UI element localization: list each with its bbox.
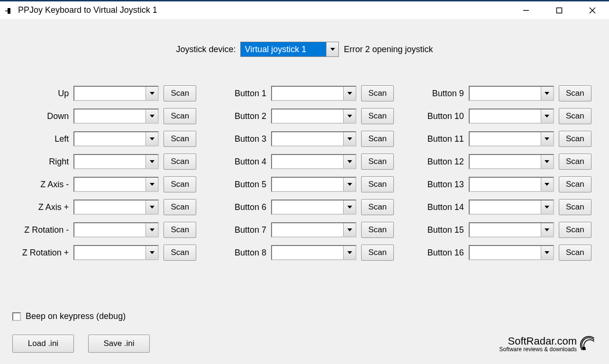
key-combo-dropdown[interactable]	[145, 200, 158, 214]
key-combo-text	[74, 87, 145, 100]
chevron-down-icon	[347, 115, 352, 118]
key-combo[interactable]	[73, 200, 159, 215]
key-combo-dropdown[interactable]	[145, 109, 158, 123]
key-combo[interactable]	[469, 222, 554, 237]
key-combo[interactable]	[73, 86, 159, 101]
scan-button[interactable]: Scan	[164, 245, 196, 261]
scan-button[interactable]: Scan	[164, 176, 196, 192]
scan-button[interactable]: Scan	[361, 108, 394, 124]
key-combo-dropdown[interactable]	[145, 223, 158, 237]
key-combo-dropdown[interactable]	[145, 178, 158, 191]
load-ini-button[interactable]: Load .ini	[12, 335, 74, 353]
error-text: Error 2 opening joystick	[344, 45, 433, 55]
key-combo[interactable]	[469, 109, 554, 124]
key-combo-dropdown[interactable]	[541, 246, 553, 259]
key-combo[interactable]	[271, 222, 356, 237]
key-combo-dropdown[interactable]	[541, 109, 553, 123]
scan-button[interactable]: Scan	[164, 131, 196, 147]
mapping-label: Left	[18, 134, 69, 144]
scan-button[interactable]: Scan	[559, 154, 591, 170]
mapping-row: Button 3Scan	[215, 131, 394, 147]
key-combo-dropdown[interactable]	[343, 223, 355, 237]
scan-button[interactable]: Scan	[559, 108, 591, 124]
scan-button[interactable]: Scan	[559, 222, 591, 238]
scan-button[interactable]: Scan	[559, 199, 591, 215]
scan-button[interactable]: Scan	[559, 176, 591, 192]
key-combo[interactable]	[469, 154, 554, 169]
mapping-label: Z Rotation +	[18, 248, 69, 258]
key-combo-dropdown[interactable]	[541, 155, 553, 168]
watermark: SoftRadar.com Software reviews & downloa…	[500, 336, 597, 353]
mapping-label: Button 1	[215, 89, 266, 99]
key-combo[interactable]	[271, 245, 356, 260]
key-combo-dropdown[interactable]	[343, 132, 355, 146]
scan-button[interactable]: Scan	[559, 245, 591, 261]
mapping-label: Button 15	[413, 225, 464, 235]
key-combo[interactable]	[271, 109, 356, 124]
key-combo[interactable]	[271, 200, 356, 215]
close-button[interactable]	[576, 1, 609, 20]
key-combo[interactable]	[73, 245, 159, 260]
scan-button[interactable]: Scan	[559, 131, 591, 147]
chevron-down-icon	[347, 92, 352, 95]
scan-button[interactable]: Scan	[361, 131, 394, 147]
key-combo-dropdown[interactable]	[145, 87, 158, 100]
key-combo-dropdown[interactable]	[343, 109, 355, 123]
device-select[interactable]: Virtual joystick 1	[240, 42, 339, 57]
key-combo-dropdown[interactable]	[541, 132, 553, 146]
key-combo-dropdown[interactable]	[541, 178, 553, 191]
key-combo[interactable]	[271, 86, 356, 101]
key-combo[interactable]	[73, 177, 159, 192]
chevron-down-icon	[150, 92, 155, 95]
mapping-label: Button 16	[413, 248, 464, 258]
device-select-dropdown[interactable]	[326, 42, 338, 56]
mapping-row: Button 13Scan	[413, 176, 591, 192]
beep-checkbox[interactable]	[12, 312, 21, 321]
scan-button[interactable]: Scan	[164, 199, 196, 215]
scan-button[interactable]: Scan	[361, 245, 394, 261]
key-combo-text	[470, 109, 541, 123]
key-combo[interactable]	[271, 154, 356, 169]
scan-button[interactable]: Scan	[361, 199, 394, 215]
scan-button[interactable]: Scan	[164, 85, 196, 101]
key-combo-dropdown[interactable]	[541, 200, 553, 214]
key-combo[interactable]	[469, 131, 554, 146]
bottom-left: Beep on keypress (debug) Load .ini Save …	[12, 311, 150, 353]
key-combo-dropdown[interactable]	[343, 87, 355, 100]
key-combo[interactable]	[271, 131, 356, 146]
key-combo-dropdown[interactable]	[343, 155, 355, 168]
scan-button[interactable]: Scan	[361, 176, 394, 192]
key-combo-dropdown[interactable]	[343, 200, 355, 214]
maximize-button[interactable]	[543, 1, 576, 20]
scan-button[interactable]: Scan	[361, 85, 394, 101]
key-combo[interactable]	[469, 245, 554, 260]
mapping-label: Button 3	[215, 134, 266, 144]
key-combo[interactable]	[469, 200, 554, 215]
key-combo[interactable]	[73, 154, 159, 169]
scan-button[interactable]: Scan	[164, 222, 196, 238]
key-combo[interactable]	[469, 86, 554, 101]
minimize-button[interactable]	[509, 1, 543, 20]
key-combo-text	[74, 200, 145, 214]
key-combo[interactable]	[271, 177, 356, 192]
scan-button[interactable]: Scan	[164, 108, 196, 124]
chevron-down-icon	[347, 228, 352, 231]
save-ini-button[interactable]: Save .ini	[88, 335, 150, 353]
scan-button[interactable]: Scan	[361, 222, 394, 238]
key-combo-dropdown[interactable]	[145, 132, 158, 146]
scan-button[interactable]: Scan	[361, 154, 394, 170]
key-combo[interactable]	[73, 109, 159, 124]
key-combo-dropdown[interactable]	[541, 87, 553, 100]
key-combo-dropdown[interactable]	[343, 246, 355, 259]
key-combo-dropdown[interactable]	[343, 178, 355, 191]
key-combo[interactable]	[73, 222, 159, 237]
key-combo-text	[470, 178, 541, 191]
key-combo[interactable]	[73, 131, 159, 146]
key-combo-text	[272, 178, 343, 191]
key-combo-dropdown[interactable]	[541, 223, 553, 237]
key-combo[interactable]	[469, 177, 554, 192]
scan-button[interactable]: Scan	[559, 85, 591, 101]
key-combo-dropdown[interactable]	[145, 246, 158, 259]
key-combo-dropdown[interactable]	[145, 155, 158, 168]
scan-button[interactable]: Scan	[164, 154, 196, 170]
